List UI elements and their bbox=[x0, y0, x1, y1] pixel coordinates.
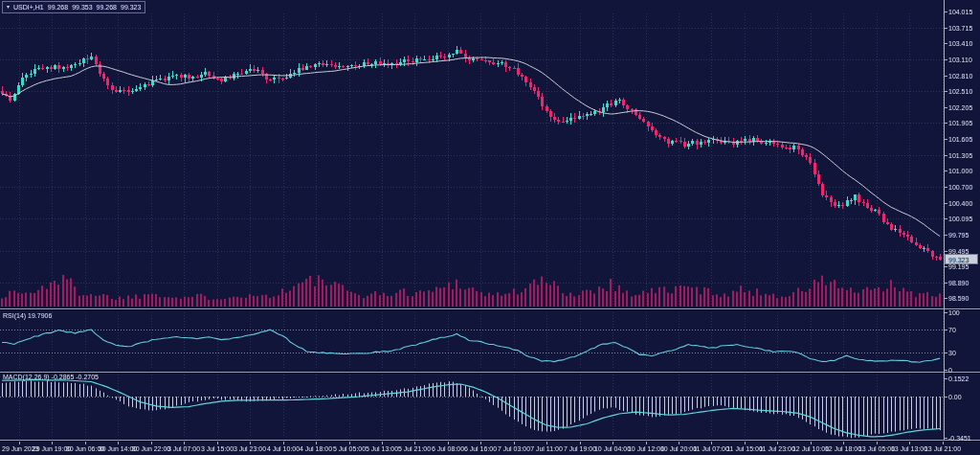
time-axis-label: 7 Jul 03:00 bbox=[498, 444, 530, 453]
symbol-period-label: USDI+,H1 bbox=[13, 2, 44, 12]
macd-axis-label: 0.00 bbox=[948, 393, 962, 401]
time-axis-label: 7 Jul 19:00 bbox=[564, 444, 596, 453]
price-axis-label: 102.205 bbox=[948, 103, 972, 112]
price-axis-label: 98.890 bbox=[948, 279, 969, 287]
price-axis-label: 100.095 bbox=[948, 215, 972, 223]
time-axis-label: 3 Jul 23:00 bbox=[234, 444, 266, 453]
time-axis-label: 30 Jun 22:00 bbox=[132, 444, 170, 453]
time-axis-label: 10 Jul 04:00 bbox=[594, 444, 631, 453]
time-axis-label: 12 Jul 18:00 bbox=[825, 444, 861, 453]
time-axis-label: 7 Jul 11:00 bbox=[530, 444, 563, 453]
price-axis-label: 101.000 bbox=[948, 167, 972, 175]
rsi-axis-label: 70 bbox=[948, 326, 956, 334]
time-axis-label: 4 Jul 18:00 bbox=[300, 444, 332, 453]
chevron-down-icon[interactable]: ▾ bbox=[7, 2, 10, 12]
time-axis-label: 10 Jul 20:00 bbox=[660, 444, 697, 453]
price-axis-label: 103.715 bbox=[948, 24, 972, 33]
current-price-tag: 99.323 bbox=[945, 254, 978, 264]
time-axis-label: 6 Jul 08:00 bbox=[432, 444, 464, 453]
macd-label: MACD(12,26,9) -0.2865 -0.2705 bbox=[3, 374, 99, 380]
price-axis[interactable]: 104.015103.715103.410103.110102.810102.5… bbox=[944, 0, 980, 441]
time-axis[interactable]: 29 Jun 202329 Jun 19:0030 Jun 06:0030 Ju… bbox=[0, 442, 980, 455]
price-axis-label: 100.700 bbox=[948, 183, 972, 192]
mt-chart-window: ▾ USDI+,H1 99.268 99.353 99.268 99.323 R… bbox=[0, 0, 980, 455]
price-axis-label: 102.810 bbox=[948, 72, 972, 80]
ohlc-close: 99.323 bbox=[121, 2, 141, 12]
macd-axis-label: 0.1522 bbox=[948, 375, 969, 383]
price-axis-label: 104.015 bbox=[948, 8, 972, 16]
time-axis-label: 5 Jul 13:00 bbox=[366, 444, 398, 453]
time-axis-label: 12 Jul 10:00 bbox=[792, 444, 829, 453]
time-axis-label: 4 Jul 10:00 bbox=[267, 444, 300, 453]
rsi-axis-label: 0 bbox=[948, 366, 952, 375]
price-axis-label: 98.590 bbox=[948, 294, 969, 303]
price-axis-label: 101.905 bbox=[948, 119, 972, 127]
rsi-panel[interactable]: RSI(14) 19.7906 bbox=[0, 311, 944, 371]
main-chart-panel[interactable]: ▾ USDI+,H1 99.268 99.353 99.268 99.323 bbox=[0, 0, 944, 308]
price-axis-label: 100.400 bbox=[948, 199, 972, 208]
time-axis-label: 6 Jul 16:00 bbox=[464, 444, 497, 453]
price-axis-label: 103.410 bbox=[948, 39, 972, 48]
time-axis-label: 5 Jul 21:00 bbox=[398, 444, 431, 453]
price-axis-label: 101.305 bbox=[948, 151, 972, 160]
ohlc-low: 99.268 bbox=[97, 2, 117, 12]
price-axis-label: 102.510 bbox=[948, 87, 972, 96]
time-axis-label: 3 Jul 15:00 bbox=[201, 444, 234, 453]
time-axis-label: 13 Jul 21:00 bbox=[924, 444, 961, 453]
time-axis-label: 11 Jul 15:00 bbox=[726, 444, 763, 453]
rsi-label: RSI(14) 19.7906 bbox=[3, 312, 52, 319]
symbol-title-box[interactable]: ▾ USDI+,H1 99.268 99.353 99.268 99.323 bbox=[2, 1, 145, 13]
rsi-axis-label: 30 bbox=[948, 349, 956, 357]
ohlc-open: 99.268 bbox=[48, 2, 68, 12]
price-axis-label: 99.795 bbox=[948, 231, 969, 239]
time-axis-label: 3 Jul 07:00 bbox=[167, 444, 200, 453]
time-axis-label: 5 Jul 05:00 bbox=[333, 444, 366, 453]
macd-panel[interactable]: MACD(12,26,9) -0.2865 -0.2705 bbox=[0, 373, 944, 440]
rsi-axis-label: 100 bbox=[948, 308, 960, 317]
time-axis-label: 11 Jul 23:00 bbox=[759, 444, 795, 453]
price-axis-label: 101.605 bbox=[948, 135, 972, 144]
time-axis-label: 13 Jul 05:00 bbox=[858, 444, 895, 453]
price-axis-label: 103.110 bbox=[948, 56, 972, 64]
time-axis-label: 11 Jul 07:00 bbox=[693, 444, 729, 453]
time-axis-label: 10 Jul 12:00 bbox=[628, 444, 664, 453]
ohlc-high: 99.353 bbox=[72, 2, 92, 12]
time-axis-label: 13 Jul 13:00 bbox=[891, 444, 927, 453]
